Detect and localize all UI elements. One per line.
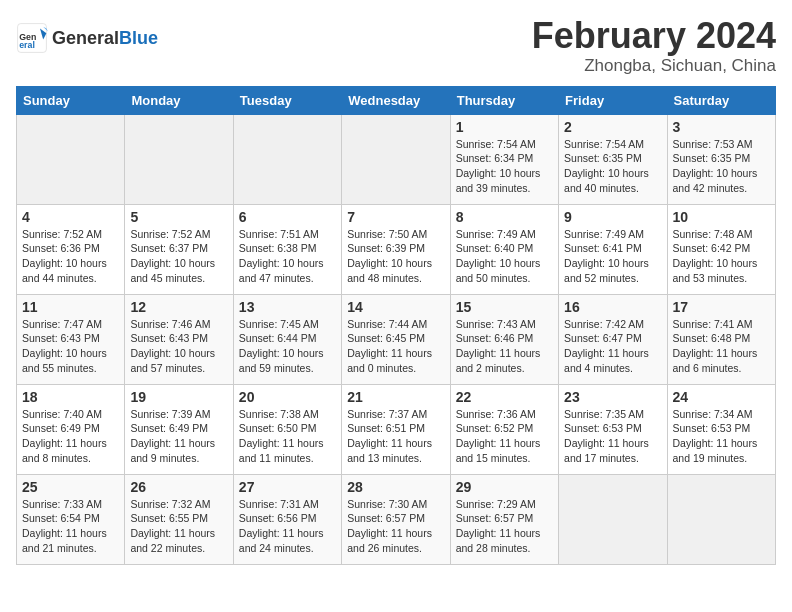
week-row-5: 25Sunrise: 7:33 AM Sunset: 6:54 PM Dayli…	[17, 474, 776, 564]
calendar-cell: 20Sunrise: 7:38 AM Sunset: 6:50 PM Dayli…	[233, 384, 341, 474]
weekday-header-thursday: Thursday	[450, 86, 558, 114]
day-info: Sunrise: 7:40 AM Sunset: 6:49 PM Dayligh…	[22, 407, 119, 466]
calendar-cell: 26Sunrise: 7:32 AM Sunset: 6:55 PM Dayli…	[125, 474, 233, 564]
day-info: Sunrise: 7:42 AM Sunset: 6:47 PM Dayligh…	[564, 317, 661, 376]
day-number: 25	[22, 479, 119, 495]
calendar-cell: 9Sunrise: 7:49 AM Sunset: 6:41 PM Daylig…	[559, 204, 667, 294]
day-info: Sunrise: 7:33 AM Sunset: 6:54 PM Dayligh…	[22, 497, 119, 556]
logo-blue: Blue	[119, 28, 158, 48]
calendar-cell	[667, 474, 775, 564]
day-info: Sunrise: 7:54 AM Sunset: 6:35 PM Dayligh…	[564, 137, 661, 196]
day-number: 16	[564, 299, 661, 315]
day-info: Sunrise: 7:35 AM Sunset: 6:53 PM Dayligh…	[564, 407, 661, 466]
logo-general: General	[52, 28, 119, 48]
day-info: Sunrise: 7:37 AM Sunset: 6:51 PM Dayligh…	[347, 407, 444, 466]
day-number: 15	[456, 299, 553, 315]
day-info: Sunrise: 7:44 AM Sunset: 6:45 PM Dayligh…	[347, 317, 444, 376]
calendar-table: SundayMondayTuesdayWednesdayThursdayFrid…	[16, 86, 776, 565]
calendar-cell: 27Sunrise: 7:31 AM Sunset: 6:56 PM Dayli…	[233, 474, 341, 564]
day-number: 17	[673, 299, 770, 315]
week-row-1: 1Sunrise: 7:54 AM Sunset: 6:34 PM Daylig…	[17, 114, 776, 204]
day-number: 9	[564, 209, 661, 225]
day-number: 6	[239, 209, 336, 225]
day-number: 12	[130, 299, 227, 315]
calendar-cell: 22Sunrise: 7:36 AM Sunset: 6:52 PM Dayli…	[450, 384, 558, 474]
day-info: Sunrise: 7:51 AM Sunset: 6:38 PM Dayligh…	[239, 227, 336, 286]
calendar-cell: 13Sunrise: 7:45 AM Sunset: 6:44 PM Dayli…	[233, 294, 341, 384]
day-number: 8	[456, 209, 553, 225]
day-info: Sunrise: 7:54 AM Sunset: 6:34 PM Dayligh…	[456, 137, 553, 196]
day-number: 14	[347, 299, 444, 315]
day-info: Sunrise: 7:32 AM Sunset: 6:55 PM Dayligh…	[130, 497, 227, 556]
day-info: Sunrise: 7:29 AM Sunset: 6:57 PM Dayligh…	[456, 497, 553, 556]
page-header: Gen eral GeneralBlue February 2024 Zhong…	[16, 16, 776, 76]
day-info: Sunrise: 7:50 AM Sunset: 6:39 PM Dayligh…	[347, 227, 444, 286]
calendar-cell: 17Sunrise: 7:41 AM Sunset: 6:48 PM Dayli…	[667, 294, 775, 384]
calendar-cell: 5Sunrise: 7:52 AM Sunset: 6:37 PM Daylig…	[125, 204, 233, 294]
calendar-cell	[17, 114, 125, 204]
weekday-header-wednesday: Wednesday	[342, 86, 450, 114]
day-number: 23	[564, 389, 661, 405]
day-number: 19	[130, 389, 227, 405]
calendar-cell: 21Sunrise: 7:37 AM Sunset: 6:51 PM Dayli…	[342, 384, 450, 474]
weekday-header-monday: Monday	[125, 86, 233, 114]
day-info: Sunrise: 7:34 AM Sunset: 6:53 PM Dayligh…	[673, 407, 770, 466]
logo: Gen eral GeneralBlue	[16, 22, 158, 54]
day-info: Sunrise: 7:52 AM Sunset: 6:36 PM Dayligh…	[22, 227, 119, 286]
weekday-header-saturday: Saturday	[667, 86, 775, 114]
day-info: Sunrise: 7:38 AM Sunset: 6:50 PM Dayligh…	[239, 407, 336, 466]
day-number: 21	[347, 389, 444, 405]
day-number: 27	[239, 479, 336, 495]
week-row-4: 18Sunrise: 7:40 AM Sunset: 6:49 PM Dayli…	[17, 384, 776, 474]
day-info: Sunrise: 7:31 AM Sunset: 6:56 PM Dayligh…	[239, 497, 336, 556]
calendar-cell: 18Sunrise: 7:40 AM Sunset: 6:49 PM Dayli…	[17, 384, 125, 474]
location-title: Zhongba, Sichuan, China	[532, 56, 776, 76]
day-info: Sunrise: 7:41 AM Sunset: 6:48 PM Dayligh…	[673, 317, 770, 376]
calendar-cell: 28Sunrise: 7:30 AM Sunset: 6:57 PM Dayli…	[342, 474, 450, 564]
weekday-header-friday: Friday	[559, 86, 667, 114]
week-row-2: 4Sunrise: 7:52 AM Sunset: 6:36 PM Daylig…	[17, 204, 776, 294]
day-info: Sunrise: 7:53 AM Sunset: 6:35 PM Dayligh…	[673, 137, 770, 196]
day-info: Sunrise: 7:46 AM Sunset: 6:43 PM Dayligh…	[130, 317, 227, 376]
calendar-cell: 12Sunrise: 7:46 AM Sunset: 6:43 PM Dayli…	[125, 294, 233, 384]
calendar-cell	[125, 114, 233, 204]
day-number: 2	[564, 119, 661, 135]
title-area: February 2024 Zhongba, Sichuan, China	[532, 16, 776, 76]
day-info: Sunrise: 7:52 AM Sunset: 6:37 PM Dayligh…	[130, 227, 227, 286]
day-info: Sunrise: 7:45 AM Sunset: 6:44 PM Dayligh…	[239, 317, 336, 376]
weekday-header-sunday: Sunday	[17, 86, 125, 114]
calendar-cell: 3Sunrise: 7:53 AM Sunset: 6:35 PM Daylig…	[667, 114, 775, 204]
calendar-cell: 7Sunrise: 7:50 AM Sunset: 6:39 PM Daylig…	[342, 204, 450, 294]
day-number: 1	[456, 119, 553, 135]
calendar-cell: 16Sunrise: 7:42 AM Sunset: 6:47 PM Dayli…	[559, 294, 667, 384]
day-number: 18	[22, 389, 119, 405]
day-info: Sunrise: 7:49 AM Sunset: 6:40 PM Dayligh…	[456, 227, 553, 286]
day-info: Sunrise: 7:30 AM Sunset: 6:57 PM Dayligh…	[347, 497, 444, 556]
day-info: Sunrise: 7:43 AM Sunset: 6:46 PM Dayligh…	[456, 317, 553, 376]
calendar-cell: 2Sunrise: 7:54 AM Sunset: 6:35 PM Daylig…	[559, 114, 667, 204]
day-number: 29	[456, 479, 553, 495]
day-number: 4	[22, 209, 119, 225]
calendar-cell: 25Sunrise: 7:33 AM Sunset: 6:54 PM Dayli…	[17, 474, 125, 564]
day-number: 13	[239, 299, 336, 315]
calendar-cell: 14Sunrise: 7:44 AM Sunset: 6:45 PM Dayli…	[342, 294, 450, 384]
day-info: Sunrise: 7:49 AM Sunset: 6:41 PM Dayligh…	[564, 227, 661, 286]
calendar-cell: 11Sunrise: 7:47 AM Sunset: 6:43 PM Dayli…	[17, 294, 125, 384]
calendar-cell: 19Sunrise: 7:39 AM Sunset: 6:49 PM Dayli…	[125, 384, 233, 474]
calendar-cell: 6Sunrise: 7:51 AM Sunset: 6:38 PM Daylig…	[233, 204, 341, 294]
day-number: 10	[673, 209, 770, 225]
calendar-cell: 1Sunrise: 7:54 AM Sunset: 6:34 PM Daylig…	[450, 114, 558, 204]
day-info: Sunrise: 7:39 AM Sunset: 6:49 PM Dayligh…	[130, 407, 227, 466]
day-number: 22	[456, 389, 553, 405]
day-info: Sunrise: 7:47 AM Sunset: 6:43 PM Dayligh…	[22, 317, 119, 376]
day-number: 28	[347, 479, 444, 495]
logo-icon: Gen eral	[16, 22, 48, 54]
calendar-cell	[559, 474, 667, 564]
calendar-cell: 29Sunrise: 7:29 AM Sunset: 6:57 PM Dayli…	[450, 474, 558, 564]
week-row-3: 11Sunrise: 7:47 AM Sunset: 6:43 PM Dayli…	[17, 294, 776, 384]
calendar-cell: 10Sunrise: 7:48 AM Sunset: 6:42 PM Dayli…	[667, 204, 775, 294]
calendar-cell: 24Sunrise: 7:34 AM Sunset: 6:53 PM Dayli…	[667, 384, 775, 474]
day-number: 26	[130, 479, 227, 495]
day-number: 7	[347, 209, 444, 225]
day-info: Sunrise: 7:48 AM Sunset: 6:42 PM Dayligh…	[673, 227, 770, 286]
